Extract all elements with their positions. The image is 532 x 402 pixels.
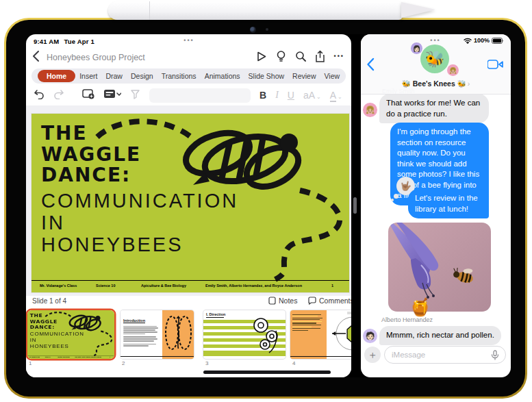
member-avatar[interactable]: 👩🏻: [411, 42, 422, 54]
slide-title[interactable]: THE WAGGLE DANCE:: [41, 123, 141, 186]
search-icon[interactable]: [295, 51, 306, 62]
messages-app-window: Emily Smith 👧🏼 That works for me! We can…: [361, 34, 511, 377]
back-chevron-icon[interactable]: [366, 58, 375, 74]
avatar[interactable]: 🧑🏻: [363, 329, 377, 343]
font-field[interactable]: [149, 88, 251, 103]
video-call-icon[interactable]: [487, 60, 503, 72]
more-icon[interactable]: •••: [334, 53, 344, 60]
tab-slide-show[interactable]: Slide Show: [244, 71, 289, 81]
camera-sensor-dot: [266, 28, 268, 31]
battery-icon: [492, 38, 505, 44]
app-options-dots[interactable]: •••: [425, 37, 446, 44]
member-avatar[interactable]: 👧🏼: [447, 64, 459, 76]
thumbnail-slide-4[interactable]: [290, 310, 351, 359]
photo-message-bee-flower[interactable]: [388, 223, 491, 312]
waggle-diagram: [162, 310, 194, 359]
comments-button[interactable]: Comments: [308, 297, 351, 305]
apple-pencil-tip: [401, 2, 435, 18]
rehearse-lightbulb-icon[interactable]: [276, 50, 286, 62]
status-bar-right: 100%: [464, 37, 505, 44]
plus-button[interactable]: ＋: [364, 347, 381, 363]
tab-view[interactable]: View: [320, 71, 344, 81]
tab-home[interactable]: Home: [38, 70, 75, 82]
tab-animations[interactable]: Animations: [201, 71, 244, 81]
mic-icon[interactable]: [491, 350, 499, 363]
slide-counter: Slide 1 of 4: [32, 297, 66, 305]
status-bar-left: 9:41 AMTue Apr 1: [34, 38, 99, 45]
slide-editor[interactable]: THE WAGGLE DANCE: COMMUNICATION IN HONEY…: [31, 114, 349, 292]
back-chevron-icon[interactable]: [32, 50, 40, 65]
home-indicator[interactable]: [203, 370, 331, 374]
format-toolbar: B I U aA⌄ A⌄: [26, 85, 351, 105]
battery-percent: 100%: [474, 37, 490, 44]
slide-canvas-area: THE WAGGLE DANCE: COMMUNICATION IN HONEY…: [26, 105, 351, 296]
add-slide-icon[interactable]: [82, 89, 94, 102]
slide-footer: Mr. Vidanage's Class Science 10 Apicultu…: [31, 280, 349, 292]
tab-transitions[interactable]: Transitions: [157, 71, 201, 81]
front-camera: [250, 27, 256, 33]
undo-icon[interactable]: [34, 89, 45, 102]
italic-button[interactable]: I: [275, 90, 279, 100]
pencil-seam: [149, 1, 150, 20]
messages-header: ••• 100% 🐝 👩🏻 👧🏼 🐝 Bee's Knees 🐝›: [361, 34, 511, 95]
slide-layout-icon[interactable]: [103, 89, 121, 102]
honey-pot-sticker[interactable]: 🍯: [409, 297, 431, 317]
tapback-dot: [391, 199, 394, 201]
tab-draw[interactable]: Draw: [101, 71, 127, 81]
imessage-input[interactable]: [384, 346, 506, 364]
split-view-divider-handle[interactable]: [353, 197, 357, 214]
thumbnail-number: 2: [122, 360, 125, 366]
received-message[interactable]: Mmmm, rich nectar and pollen.: [379, 326, 501, 345]
avatar[interactable]: 👧🏼: [363, 103, 377, 117]
chevron-right-icon: ›: [468, 79, 470, 88]
comment-icon: [308, 297, 316, 305]
group-avatar[interactable]: 🐝: [420, 45, 449, 73]
play-button[interactable]: [256, 51, 267, 62]
thumbnail-number: 1: [29, 360, 31, 366]
share-icon[interactable]: [315, 50, 325, 62]
thumbnail-number: 4: [292, 360, 295, 366]
format-paint-icon[interactable]: [130, 89, 140, 102]
slide-thumbnail-strip: THE WAGGLE DANCE: COMMUNICATION IN HONEY…: [26, 308, 351, 377]
received-message[interactable]: That works for me! We can do a practice …: [379, 94, 489, 123]
tab-review[interactable]: Review: [288, 71, 320, 81]
app-options-dots[interactable]: •••: [175, 37, 203, 44]
thumbnail-slide-2[interactable]: Introduction: [121, 310, 194, 359]
apple-pencil: [108, 1, 403, 20]
thumbnail-number: 3: [205, 360, 208, 366]
group-name[interactable]: 🐝 Bee's Knees 🐝›: [361, 79, 511, 88]
page: 9:41 AMTue Apr 1 ••• Honeybees Group Pro…: [0, 0, 532, 402]
tapback-dot: [394, 194, 398, 199]
angle-diagram: [327, 310, 351, 359]
document-title[interactable]: Honeybees Group Project: [47, 53, 145, 62]
tab-insert[interactable]: Insert: [75, 71, 101, 81]
status-date: Tue Apr 1: [64, 38, 94, 45]
bold-button[interactable]: B: [259, 90, 266, 100]
underline-button[interactable]: U: [288, 90, 294, 100]
thumbnail-2-title: Introduction: [123, 318, 145, 323]
message-composer: ＋: [361, 346, 511, 368]
thumbnail-slide-1[interactable]: THE WAGGLE DANCE: COMMUNICATION IN HONEY…: [27, 310, 114, 359]
text-color-button[interactable]: A⌄: [330, 90, 342, 100]
text-style-button[interactable]: aA⌄: [303, 90, 321, 100]
sent-message[interactable]: Let's review in the library at lunch!: [408, 189, 489, 218]
notes-button[interactable]: Notes: [268, 297, 297, 305]
redo-icon[interactable]: [53, 89, 64, 102]
flower-doodles: [246, 316, 281, 354]
thumbnail-3-title: I. Direction: [206, 312, 225, 316]
notes-icon: [268, 297, 276, 305]
sender-name: Alberto Hernandez: [381, 316, 433, 323]
keynote-app-window: 9:41 AMTue Apr 1 ••• Honeybees Group Pro…: [26, 34, 351, 377]
wifi-icon: [464, 38, 472, 44]
slide-subtitle[interactable]: COMMUNICATION IN HONEYBEES: [41, 190, 238, 256]
tab-design[interactable]: Design: [127, 71, 157, 81]
status-time: 9:41 AM: [34, 38, 59, 45]
keynote-tab-bar: Home Insert Draw Design Transitions Anim…: [31, 68, 346, 84]
thumbnail-slide-3[interactable]: I. Direction: [203, 310, 286, 359]
